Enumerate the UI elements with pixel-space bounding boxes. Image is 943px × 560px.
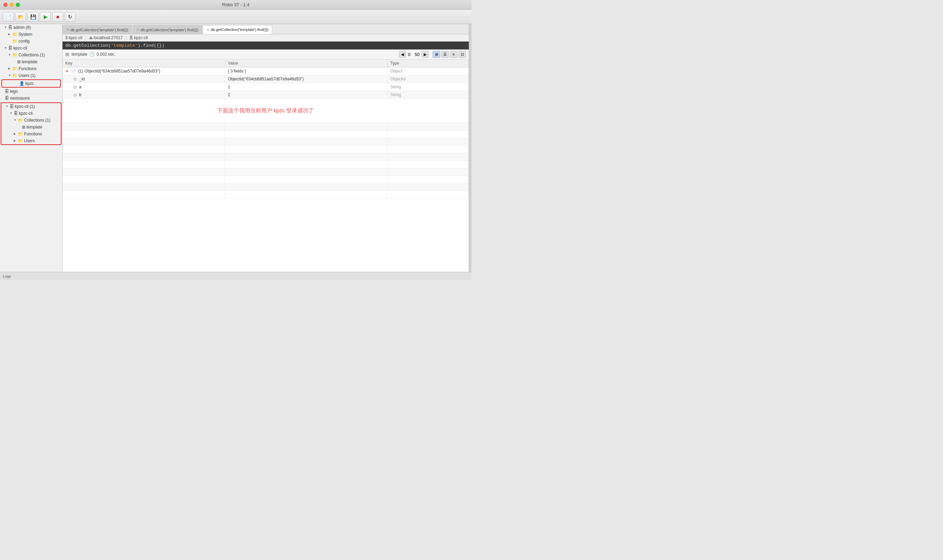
sidebar-label-template2: template xyxy=(26,125,42,129)
sidebar-item-admin[interactable]: ▼ 🗄 admin (6) xyxy=(0,24,62,31)
db-icon-nestxiaomi: 🗄 xyxy=(5,96,9,101)
query-bar[interactable]: db.getCollection('template').find({}) xyxy=(63,42,469,49)
field-type-icon-b: ⊡ xyxy=(74,93,77,97)
tab-label-1: db.getCollection('template').find({}) xyxy=(140,28,198,32)
prev-page-button[interactable]: ◀ xyxy=(399,51,406,58)
stop-button[interactable]: ■ xyxy=(52,12,63,22)
tab-label-0: db.getCollection('template').find({}) xyxy=(71,28,128,32)
minimize-button[interactable] xyxy=(10,3,14,7)
empty-row-6 xyxy=(63,161,469,168)
content-area: ✕ db.getCollection('template').find({}) … xyxy=(63,24,469,272)
maximize-button[interactable] xyxy=(16,3,20,7)
tree-view-button[interactable]: ☰ xyxy=(441,51,449,58)
sidebar-item-nestxiaomi[interactable]: 🗄 nestxiaomi xyxy=(0,95,62,102)
expand-icon[interactable]: ▼ xyxy=(65,69,69,73)
col-header-key: Key xyxy=(63,60,225,67)
sidebar-item-kpzc-cli-conn[interactable]: ▼ 🗄 kpzc-cli xyxy=(2,110,61,117)
sidebar-item-system[interactable]: ▶ 📁 System xyxy=(0,31,62,38)
tab-0[interactable]: ✕ db.getCollection('template').find({}) xyxy=(63,25,132,34)
right-panel xyxy=(469,24,472,272)
table-row-child-a[interactable]: ⊡ a 1 String xyxy=(63,83,469,91)
cell-value-0: { 3 fields } xyxy=(225,67,388,75)
empty-row-10 xyxy=(63,191,469,198)
tab-close-icon1[interactable]: ✕ xyxy=(137,28,139,32)
refresh-button[interactable]: ↻ xyxy=(65,12,75,22)
open-button[interactable]: 📂 xyxy=(15,12,26,22)
row-key-a: a xyxy=(79,85,82,89)
sidebar-item-template1[interactable]: ⊞ template xyxy=(0,58,62,65)
sidebar-item-users1[interactable]: ▼ 📁 Users (1) xyxy=(0,72,62,79)
table-icon2: ⊞ xyxy=(22,125,25,129)
new-button[interactable]: 📄 xyxy=(3,12,14,22)
conn-indicator-1: 🖧 localhost:27017 xyxy=(89,35,123,40)
sidebar-item-template2[interactable]: ⊞ template xyxy=(2,124,61,131)
folder-icon-config: 📁 xyxy=(12,39,17,44)
sidebar-item-collections1[interactable]: ▼ 📁 Collections (1) xyxy=(0,52,62,58)
table-row-child-id[interactable]: ⊡ _id ObjectId("634cb6851aa57d07e9a46d53… xyxy=(63,75,469,83)
table-row-0[interactable]: ▼ 📄 (1) ObjectId("634cb6851aa57d07e9a46d… xyxy=(63,67,469,75)
sidebar-item-kpzc-cli-1[interactable]: ▼ 🗄 kpzc-cli (1) xyxy=(2,103,61,110)
tab-close-icon0[interactable]: ✕ xyxy=(66,28,69,32)
sidebar-item-kpzc-cli[interactable]: ▼ 🗄 kpzc-cli xyxy=(0,45,62,52)
sidebar-item-lego[interactable]: 🗄 lego xyxy=(0,88,62,95)
toolbar: 📄 📂 💾 ▶ ■ ↻ xyxy=(0,9,472,24)
cell-type-0: Object xyxy=(387,67,468,75)
folder-icon: 📁 xyxy=(12,32,17,37)
close-button[interactable] xyxy=(3,3,8,7)
sidebar-item-kpzc[interactable]: 👤 kpzc xyxy=(2,80,60,87)
empty-row-8 xyxy=(63,176,469,183)
title-bar: Robo 3T - 1.4 xyxy=(0,0,472,9)
col-header-type: Type xyxy=(387,60,468,67)
db-icon2: 🗄 xyxy=(8,46,12,51)
chevron-down-icon4: ▼ xyxy=(8,74,12,77)
chevron-right-icon2: ▶ xyxy=(8,67,12,71)
db-icon-lego: 🗄 xyxy=(5,89,9,94)
sidebar-label-system: System xyxy=(18,32,32,37)
cell-value-a: 1 xyxy=(225,83,388,91)
empty-row-3 xyxy=(63,138,469,146)
sidebar-item-functions2[interactable]: ▶ 📁 Functions xyxy=(2,131,61,137)
table-view-button[interactable]: ⊞ xyxy=(433,51,440,58)
table-scroll[interactable]: Key Value Type ▼ 📄 (1) ObjectId("634cb68… xyxy=(63,60,469,272)
tab-1[interactable]: ✕ db.getCollection('template').find({}) xyxy=(133,25,202,34)
sidebar-label-collections1: Collections (1) xyxy=(18,52,45,57)
sidebar-label-functions1: Functions xyxy=(18,66,37,71)
conn-indicator-0: $ kpzc-cli xyxy=(65,35,83,40)
chevron-down-icon6: ▼ xyxy=(10,112,13,115)
sidebar-item-users2[interactable]: ▶ 📁 Users xyxy=(2,137,61,144)
conn-label-0: kpzc-cli xyxy=(69,35,83,40)
chevron-down-icon7: ▼ xyxy=(14,118,17,122)
sidebar-item-collections2[interactable]: ▼ 📁 Collections (1) xyxy=(2,117,61,124)
kpzc-cli-redbox: ▼ 🗄 kpzc-cli (1) ▼ 🗄 kpzc-cli ▼ 📁 Collec… xyxy=(1,102,62,145)
cell-key-0: ▼ 📄 (1) ObjectId("634cb6851aa57d07e9a46d… xyxy=(63,67,225,75)
data-table: Key Value Type ▼ 📄 (1) ObjectId("634cb68… xyxy=(63,60,469,198)
connection-bar: $ kpzc-cli | 🖧 localhost:27017 | 🗄 kpzc-… xyxy=(63,34,469,42)
empty-row-9 xyxy=(63,183,469,191)
custom-view-button[interactable]: ⊡ xyxy=(458,51,466,58)
col-header-value: Value xyxy=(225,60,388,67)
sidebar-item-config[interactable]: 📁 config xyxy=(0,38,62,45)
sidebar-item-functions1[interactable]: ▶ 📁 Functions xyxy=(0,65,62,72)
sidebar-label-template1: template xyxy=(22,60,37,64)
cell-type-id: ObjectId xyxy=(387,75,468,83)
cell-type-a: String xyxy=(387,83,468,91)
folder-icon-users1: 📁 xyxy=(12,73,17,78)
table-row-child-b[interactable]: ⊡ b 2 String xyxy=(63,91,469,99)
object-icon: 📄 xyxy=(71,69,76,74)
tab-2[interactable]: ✕ db.getCollection('template').find({}) xyxy=(203,25,272,34)
tabs-bar: ✕ db.getCollection('template').find({}) … xyxy=(63,24,469,34)
db-icon-conn: 🗄 xyxy=(14,111,18,116)
status-logs-label[interactable]: Logs xyxy=(3,274,11,278)
folder-icon-users2: 📁 xyxy=(18,138,23,143)
conn-label-1: localhost:27017 xyxy=(94,35,123,40)
status-bar: Logs xyxy=(0,272,472,280)
text-view-button[interactable]: ≡ xyxy=(450,51,457,58)
empty-row-7 xyxy=(63,168,469,176)
run-button[interactable]: ▶ xyxy=(40,12,51,22)
tab-close-icon2[interactable]: ✕ xyxy=(206,28,209,32)
traffic-lights xyxy=(3,3,20,7)
conn-indicator-2: 🗄 kpzc-cli xyxy=(129,35,148,40)
save-button[interactable]: 💾 xyxy=(28,12,38,22)
grid-icon: ⊞ xyxy=(65,52,69,57)
next-page-button[interactable]: ▶ xyxy=(422,51,429,58)
